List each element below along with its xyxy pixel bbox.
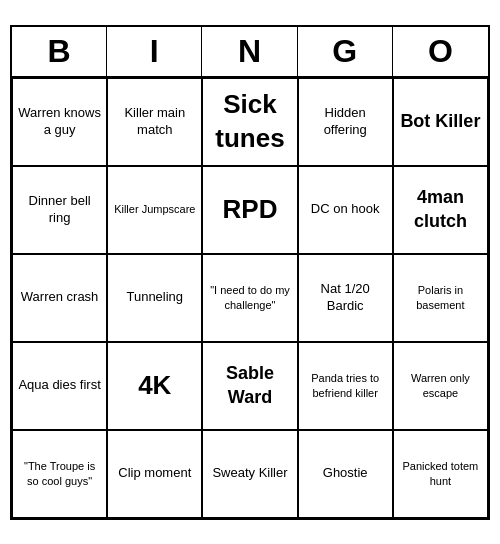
bingo-header-letter: N bbox=[202, 27, 297, 76]
bingo-header-letter: B bbox=[12, 27, 107, 76]
bingo-cell: Warren only escape bbox=[393, 342, 488, 430]
bingo-cell: Bot Killer bbox=[393, 78, 488, 166]
bingo-header-letter: G bbox=[298, 27, 393, 76]
bingo-cell: Killer Jumpscare bbox=[107, 166, 202, 254]
bingo-cell: RPD bbox=[202, 166, 297, 254]
bingo-cell: "I need to do my challenge" bbox=[202, 254, 297, 342]
bingo-cell: Nat 1/20 Bardic bbox=[298, 254, 393, 342]
bingo-cell: Warren crash bbox=[12, 254, 107, 342]
bingo-cell: Warren knows a guy bbox=[12, 78, 107, 166]
bingo-cell: Panda tries to befriend killer bbox=[298, 342, 393, 430]
bingo-cell: Sweaty Killer bbox=[202, 430, 297, 518]
bingo-cell: Killer main match bbox=[107, 78, 202, 166]
bingo-grid: Warren knows a guyKiller main matchSick … bbox=[12, 78, 488, 518]
bingo-cell: DC on hook bbox=[298, 166, 393, 254]
bingo-card: BINGO Warren knows a guyKiller main matc… bbox=[10, 25, 490, 520]
bingo-cell: Ghostie bbox=[298, 430, 393, 518]
bingo-cell: Sable Ward bbox=[202, 342, 297, 430]
bingo-header-letter: O bbox=[393, 27, 488, 76]
bingo-header-letter: I bbox=[107, 27, 202, 76]
bingo-cell: Hidden offering bbox=[298, 78, 393, 166]
bingo-cell: "The Troupe is so cool guys" bbox=[12, 430, 107, 518]
bingo-cell: 4man clutch bbox=[393, 166, 488, 254]
bingo-cell: Polaris in basement bbox=[393, 254, 488, 342]
bingo-cell: Aqua dies first bbox=[12, 342, 107, 430]
bingo-cell: Panicked totem hunt bbox=[393, 430, 488, 518]
bingo-cell: Tunneling bbox=[107, 254, 202, 342]
bingo-header: BINGO bbox=[12, 27, 488, 78]
bingo-cell: Sick tunes bbox=[202, 78, 297, 166]
bingo-cell: Clip moment bbox=[107, 430, 202, 518]
bingo-cell: Dinner bell ring bbox=[12, 166, 107, 254]
bingo-cell: 4K bbox=[107, 342, 202, 430]
